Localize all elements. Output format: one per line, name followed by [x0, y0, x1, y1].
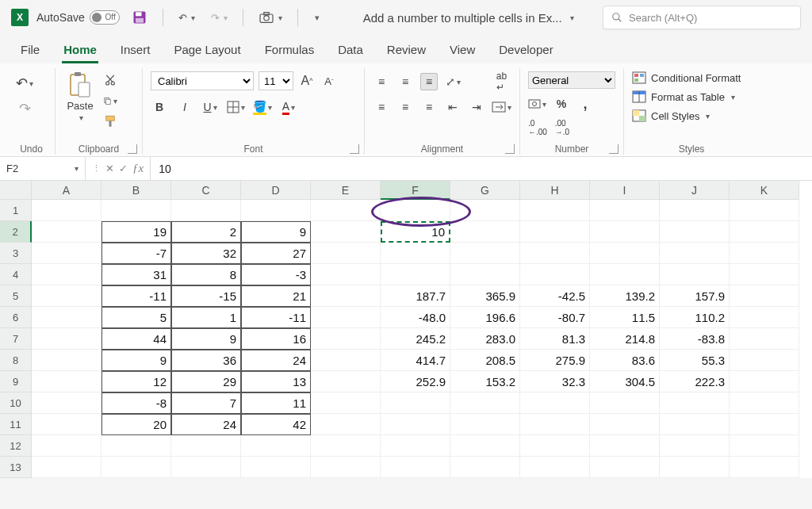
col-header-H[interactable]: H: [520, 181, 590, 200]
cell-B9[interactable]: 12: [102, 371, 171, 392]
cell-F5[interactable]: 187.7: [381, 285, 450, 307]
cell-F12[interactable]: [381, 435, 450, 457]
cell-A1[interactable]: [32, 200, 102, 221]
row-header-5[interactable]: 5: [0, 285, 32, 307]
cell-F13[interactable]: [381, 457, 450, 478]
row-header-7[interactable]: 7: [0, 328, 32, 350]
tab-data[interactable]: Data: [336, 38, 365, 63]
cell-G4[interactable]: [450, 264, 520, 285]
cell-A4[interactable]: [32, 264, 102, 285]
cell-D10[interactable]: 11: [241, 392, 311, 414]
formula-input[interactable]: 10: [151, 163, 812, 175]
cell-I4[interactable]: [590, 264, 660, 285]
cut-button[interactable]: [103, 73, 117, 87]
cell-E13[interactable]: [311, 457, 381, 478]
cell-H11[interactable]: [520, 414, 590, 435]
row-header-13[interactable]: 13: [0, 457, 32, 478]
cell-F2[interactable]: 10: [381, 221, 450, 243]
cell-B11[interactable]: 20: [102, 414, 171, 435]
alignment-launcher-icon[interactable]: [505, 144, 515, 154]
cell-B3[interactable]: -7: [102, 243, 171, 264]
cell-E1[interactable]: [311, 200, 381, 221]
col-header-I[interactable]: I: [590, 181, 660, 200]
fx-icon[interactable]: ƒx: [132, 162, 144, 175]
cell-B4[interactable]: 31: [102, 264, 171, 285]
clipboard-launcher-icon[interactable]: [128, 144, 137, 154]
cell-D13[interactable]: [241, 457, 311, 478]
cell-K11[interactable]: [730, 414, 799, 435]
autosave-toggle[interactable]: AutoSave Off: [36, 10, 120, 25]
cell-A5[interactable]: [32, 285, 102, 307]
row-header-11[interactable]: 11: [0, 414, 32, 435]
search-box[interactable]: Search (Alt+Q): [603, 6, 801, 29]
copy-button[interactable]: ▾: [103, 94, 117, 108]
col-header-D[interactable]: D: [241, 181, 311, 200]
cell-I1[interactable]: [590, 200, 660, 221]
tab-view[interactable]: View: [448, 38, 477, 63]
cell-B8[interactable]: 9: [102, 350, 171, 371]
cell-G1[interactable]: [450, 200, 520, 221]
cell-K12[interactable]: [730, 435, 799, 457]
increase-decimal-button[interactable]: .0←.00: [528, 119, 547, 136]
cell-C6[interactable]: 1: [171, 307, 241, 328]
cell-A13[interactable]: [32, 457, 102, 478]
decrease-font-button[interactable]: Aˇ: [320, 72, 338, 90]
cell-F4[interactable]: [381, 264, 450, 285]
cell-B13[interactable]: [102, 457, 171, 478]
cell-J1[interactable]: [660, 200, 730, 221]
cell-K9[interactable]: [730, 371, 799, 392]
cell-J10[interactable]: [660, 392, 730, 414]
qat-customize[interactable]: ▾: [309, 10, 324, 25]
cell-C4[interactable]: 8: [171, 264, 241, 285]
align-top-button[interactable]: ≡: [373, 73, 390, 90]
cell-K5[interactable]: [730, 285, 799, 307]
cell-A9[interactable]: [32, 371, 102, 392]
col-header-E[interactable]: E: [311, 181, 381, 200]
cell-D6[interactable]: -11: [241, 307, 311, 328]
cell-J7[interactable]: -83.8: [660, 328, 730, 350]
cell-G13[interactable]: [450, 457, 520, 478]
name-box[interactable]: F2 ▾: [0, 157, 86, 180]
cell-H7[interactable]: 81.3: [520, 328, 590, 350]
cell-D4[interactable]: -3: [241, 264, 311, 285]
cell-H5[interactable]: -42.5: [520, 285, 590, 307]
row-header-3[interactable]: 3: [0, 243, 32, 264]
cell-E2[interactable]: [311, 221, 381, 243]
cell-E10[interactable]: [311, 392, 381, 414]
row-header-1[interactable]: 1: [0, 200, 32, 221]
cell-F1[interactable]: [381, 200, 450, 221]
tab-developer[interactable]: Developer: [497, 38, 554, 63]
conditional-formatting-button[interactable]: Conditional Formatt: [632, 71, 741, 84]
font-name-select[interactable]: Calibri: [151, 71, 254, 90]
cell-E9[interactable]: [311, 371, 381, 392]
row-header-9[interactable]: 9: [0, 371, 32, 392]
cell-F8[interactable]: 414.7: [381, 350, 450, 371]
font-color-button[interactable]: A ▾: [280, 98, 297, 116]
cell-K3[interactable]: [730, 243, 799, 264]
merge-button[interactable]: ▾: [492, 98, 511, 116]
cell-H12[interactable]: [520, 435, 590, 457]
col-header-A[interactable]: A: [32, 181, 102, 200]
cell-I13[interactable]: [590, 457, 660, 478]
cell-D12[interactable]: [241, 435, 311, 457]
cell-D8[interactable]: 24: [241, 350, 311, 371]
cell-I6[interactable]: 11.5: [590, 307, 660, 328]
cell-G11[interactable]: [450, 414, 520, 435]
cell-I12[interactable]: [590, 435, 660, 457]
cell-J3[interactable]: [660, 243, 730, 264]
increase-indent-button[interactable]: ⇥: [468, 98, 485, 116]
cell-H3[interactable]: [520, 243, 590, 264]
number-format-select[interactable]: General: [528, 71, 615, 89]
cell-styles-button[interactable]: Cell Styles ▾: [632, 109, 741, 122]
percent-button[interactable]: %: [553, 95, 570, 113]
select-all-corner[interactable]: [0, 181, 32, 200]
tab-home[interactable]: Home: [62, 38, 98, 63]
fill-color-button[interactable]: 🪣 ▾: [253, 98, 272, 116]
decrease-indent-button[interactable]: ⇤: [444, 98, 462, 116]
cell-K6[interactable]: [730, 307, 799, 328]
cell-J11[interactable]: [660, 414, 730, 435]
row-header-2[interactable]: 2: [0, 221, 32, 243]
col-header-F[interactable]: F: [381, 181, 450, 200]
camera-button[interactable]: ▾: [255, 9, 286, 26]
cell-E7[interactable]: [311, 328, 381, 350]
